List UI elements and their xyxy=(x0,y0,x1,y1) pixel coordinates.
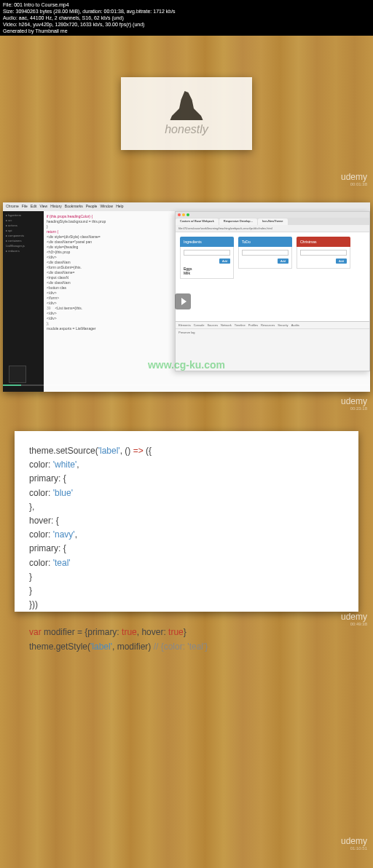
sidebar-item[interactable]: ▸ components xyxy=(4,233,42,238)
devtools-tab[interactable]: Console xyxy=(194,323,205,327)
sidebar-item[interactable]: ▸ reducers xyxy=(4,248,42,253)
card-body: Add xyxy=(297,247,350,269)
screencast-panel: Chrome File Edit View History Bookmarks … xyxy=(3,202,370,392)
menu-history[interactable]: History xyxy=(50,204,62,210)
add-button[interactable]: Add xyxy=(336,259,347,264)
add-button[interactable]: Add xyxy=(219,259,230,264)
wizard-text: honestly xyxy=(165,123,208,136)
wizard-hat-icon xyxy=(168,91,205,120)
ingredients-card: Ingredients Add Eggs Milk xyxy=(180,237,234,279)
generator-info: Generated by Thumbnail me xyxy=(3,28,370,34)
devtools-tab[interactable]: Timeline xyxy=(235,323,246,327)
minimize-icon[interactable] xyxy=(182,213,185,216)
url-bar[interactable]: file:///Users/case/work/learning/teachin… xyxy=(176,225,369,232)
editor-sidebar[interactable]: ▸ hyperterm ▸ src ▸ actions ▸ api ▸ comp… xyxy=(3,211,44,392)
code-block: theme.setSource('label', () => ({ color:… xyxy=(29,444,344,654)
devtools-tab[interactable]: Profiles xyxy=(248,323,258,327)
devtools-subbar: Preserve log xyxy=(176,329,369,336)
sidebar-item[interactable]: ▸ hyperterm xyxy=(4,213,42,218)
video-info: Video: h264, yuv420p, 1280x720, 1633 kb/… xyxy=(3,21,370,28)
card-header: Christmas xyxy=(297,237,350,247)
sidebar-item[interactable]: ▸ containers xyxy=(4,238,42,243)
card-input[interactable] xyxy=(300,250,347,256)
wizard-logo: honestly xyxy=(165,91,208,136)
christmas-card: Christmas Add xyxy=(297,237,350,279)
code-panel: theme.setSource('label', () => ({ color:… xyxy=(15,431,358,612)
timestamp: 00:23:18 xyxy=(350,406,367,411)
devtools-tabs: Elements Console Sources Network Timelin… xyxy=(176,322,369,329)
timestamp: 00:01:38 xyxy=(350,182,367,186)
browser-content: Ingredients Add Eggs Milk ToDo Add xyxy=(176,232,369,283)
card-body: Add xyxy=(238,247,292,269)
menu-edit[interactable]: Edit xyxy=(31,204,37,210)
card-header: Ingredients xyxy=(180,237,234,247)
menu-people[interactable]: People xyxy=(86,204,98,210)
devtools-tab[interactable]: Security xyxy=(278,323,288,327)
logo-panel: honestly xyxy=(121,77,252,150)
card-input[interactable] xyxy=(242,250,288,256)
maximize-icon[interactable] xyxy=(186,213,189,216)
sidebar-item[interactable]: ▸ src xyxy=(4,218,42,223)
add-button[interactable]: Add xyxy=(278,259,288,264)
udemy-badge: udemy xyxy=(341,836,367,846)
timestamp: 01:10:51 xyxy=(350,846,367,851)
devtools-tab[interactable]: Audits xyxy=(291,323,299,327)
browser-tab[interactable]: Custom w/ Base Webpack xyxy=(176,218,219,225)
mac-menubar: Chrome File Edit View History Bookmarks … xyxy=(3,202,370,211)
devtools-tab[interactable]: Elements xyxy=(178,323,191,327)
udemy-badge: udemy xyxy=(341,396,367,406)
close-icon[interactable] xyxy=(178,213,181,216)
devtools-tab[interactable]: Network xyxy=(221,323,232,327)
sidebar-item[interactable]: ▸ actions xyxy=(4,223,42,228)
watermark: www.cg-ku.com xyxy=(148,359,225,371)
menu-chrome[interactable]: Chrome xyxy=(6,204,19,210)
devtools-tab[interactable]: Sources xyxy=(207,323,218,327)
file-info-header: File: 001 Intro to Course.mp4 Size: 3094… xyxy=(0,0,373,36)
udemy-badge: udemy xyxy=(341,172,367,182)
browser-titlebar xyxy=(176,212,369,218)
browser-window: Custom w/ Base Webpack Responsive Develo… xyxy=(175,211,370,371)
card-body: Add Eggs Milk xyxy=(180,247,234,279)
timestamp: 00:49:38 xyxy=(350,622,367,626)
browser-tab[interactable]: Iron-NewTheme xyxy=(258,218,288,225)
video-progress[interactable] xyxy=(3,384,370,386)
browser-tab[interactable]: Responsive Develop... xyxy=(219,218,257,225)
todo-card: ToDo Add xyxy=(238,237,292,279)
list-item: Milk xyxy=(184,271,230,275)
file-name: File: 001 Intro to Course.mp4 xyxy=(3,1,370,8)
devtools-tab[interactable]: Resources xyxy=(261,323,275,327)
card-input[interactable] xyxy=(184,250,230,256)
menu-file[interactable]: File xyxy=(22,204,28,210)
card-header: ToDo xyxy=(238,237,292,247)
audio-info: Audio: aac, 44100 Hz, 2 channels, S16, 6… xyxy=(3,15,370,21)
play-button[interactable] xyxy=(175,293,191,309)
presenter-webcam xyxy=(9,366,26,383)
udemy-badge: udemy xyxy=(341,612,367,622)
play-icon xyxy=(181,298,186,305)
browser-tabs: Custom w/ Base Webpack Responsive Develo… xyxy=(176,218,369,225)
menu-bookmarks[interactable]: Bookmarks xyxy=(65,204,83,210)
progress-fill xyxy=(3,384,21,386)
sidebar-item[interactable]: ListManager.js xyxy=(4,243,42,248)
menu-window[interactable]: Window xyxy=(100,204,113,210)
file-size: Size: 30940263 bytes (28.00 MiB), durati… xyxy=(3,8,370,15)
sidebar-item[interactable]: ▸ api xyxy=(4,228,42,233)
menu-view[interactable]: View xyxy=(39,204,47,210)
menu-help[interactable]: Help xyxy=(116,204,123,210)
